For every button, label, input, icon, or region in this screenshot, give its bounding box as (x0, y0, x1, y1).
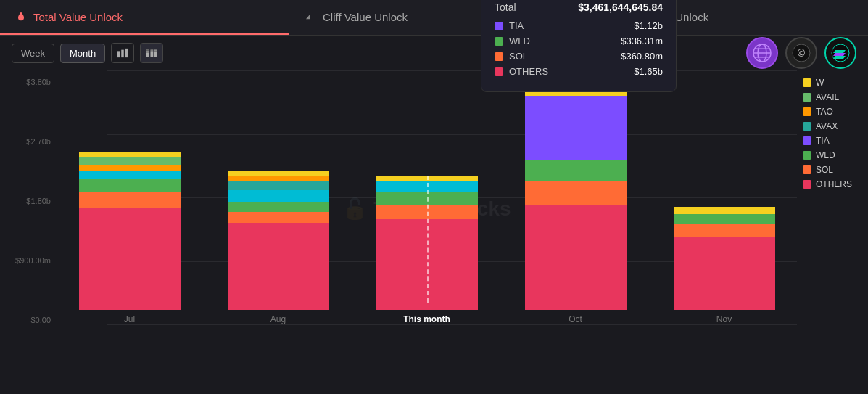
bar-group-this-month[interactable]: This month (361, 176, 492, 324)
segment-avax (228, 181, 329, 190)
tab-total-value-unlock[interactable]: Total Value Unlock (0, 0, 289, 35)
legend-dot-w (803, 78, 811, 87)
segment-w (79, 152, 181, 157)
bar-label-jul: Jul (124, 314, 135, 324)
week-button[interactable]: Week (12, 44, 54, 63)
segment-others (228, 223, 329, 310)
svg-rect-0 (117, 51, 120, 57)
legend-dot-tia (803, 136, 811, 145)
tab-total-label: Total Value Unlock (33, 11, 123, 23)
chart-content: 🔓 TokenUnlocks Jul (57, 70, 797, 346)
espace-token-icon[interactable]: © (785, 37, 817, 69)
y-label-top: $3.80b (6, 78, 51, 86)
simple-bar-chart-button[interactable] (111, 43, 134, 63)
tooltip-label-sol: SOL (509, 51, 528, 62)
world-token-icon[interactable] (746, 37, 778, 69)
tooltip-dot-others (495, 67, 503, 76)
segment-sol (228, 212, 329, 223)
tooltip-value-wld: $336.31m (621, 36, 663, 46)
segment-tia (228, 190, 329, 202)
tooltip-item-wld: WLD $336.31m (495, 36, 663, 46)
tooltip-total: Total $3,461,644,645.84 (495, 1, 663, 13)
legend-label-avax: AVAX (816, 121, 838, 131)
legend-item-w[interactable]: W (803, 78, 862, 88)
cliff-icon (304, 10, 317, 23)
svg-rect-5 (146, 49, 149, 51)
bar-label-this-month: This month (403, 314, 450, 324)
tooltip-item-tia: TIA $1.12b (495, 20, 663, 31)
bar-label-aug: Aug (270, 314, 286, 324)
bar-group-aug[interactable]: Aug (212, 171, 344, 324)
legend-dot-avail (803, 93, 811, 102)
legend-dot-tao (803, 107, 811, 116)
tooltip-oct: Oct 2024 UTC + 00:00 Total $3,461,644,64… (481, 0, 677, 92)
y-label-4: $900.00m (6, 256, 51, 265)
fire-icon (15, 10, 28, 23)
segment-tao (228, 176, 329, 181)
tab-cliff-label: Cliff Value Unlock (323, 11, 408, 23)
segment-tia (79, 171, 181, 179)
controls-row: Week Month (0, 36, 868, 70)
segment-sol (674, 224, 775, 237)
segment-avail (79, 157, 181, 165)
tooltip-item-left-sol: SOL (495, 51, 528, 62)
y-axis: $3.80b $2.70b $1.80b $900.00m $0.00 (6, 70, 57, 346)
tooltip-item-others: OTHERS $1.65b (495, 66, 663, 77)
bar-label-nov: Nov (716, 314, 732, 324)
tooltip-total-label: Total (495, 1, 516, 13)
y-label-bottom: $0.00 (6, 316, 51, 324)
tooltip-dot-tia (495, 22, 503, 30)
y-label-2: $2.70b (6, 137, 51, 146)
svg-text:©: © (798, 47, 806, 59)
month-button[interactable]: Month (60, 44, 105, 63)
legend-item-tia[interactable]: TIA (803, 136, 862, 146)
legend-label-tia: TIA (816, 136, 830, 146)
tooltip-item-left-others: OTHERS (495, 66, 548, 77)
segment-others (79, 208, 181, 310)
segment-wld (228, 202, 329, 212)
legend-label-others: OTHERS (816, 179, 852, 189)
segment-sol (79, 192, 181, 208)
bar-group-nov[interactable]: Nov (658, 207, 790, 324)
legend-label-avail: AVAIL (816, 92, 839, 102)
legend-item-tao[interactable]: TAO (803, 107, 862, 117)
chart-wrapper: $3.80b $2.70b $1.80b $900.00m $0.00 🔓 To… (0, 70, 868, 346)
segment-wld (674, 214, 775, 224)
segment-others (674, 237, 775, 310)
stacked-bar-chart-button[interactable] (140, 43, 163, 63)
y-label-3: $1.80b (6, 197, 51, 205)
legend-label-tao: TAO (816, 107, 833, 117)
tooltip-label-tia: TIA (509, 20, 524, 31)
tooltip-value-tia: $1.12b (634, 20, 663, 31)
svg-rect-8 (151, 49, 154, 51)
segment-w (674, 207, 775, 214)
segment-sol (525, 181, 627, 205)
solana-token-icon[interactable] (824, 37, 856, 69)
svg-rect-4 (146, 51, 149, 53)
tooltip-item-left-tia: TIA (495, 20, 524, 31)
svg-rect-2 (125, 49, 128, 57)
tooltip-item-left-wld: WLD (495, 36, 530, 46)
legend-item-avail[interactable]: AVAIL (803, 92, 862, 102)
segment-tao (79, 165, 181, 171)
svg-rect-9 (154, 52, 157, 57)
legend-item-others[interactable]: OTHERS (803, 179, 862, 189)
legend-dot-wld (803, 151, 811, 160)
chart-legend: W AVAIL TAO AVAX TIA WLD SOL OTHERS (797, 70, 862, 346)
segment-wld (79, 179, 181, 192)
legend-label-w: W (816, 78, 824, 88)
bars-container: Jul Aug (57, 70, 797, 324)
legend-item-sol[interactable]: SOL (803, 165, 862, 175)
legend-label-sol: SOL (816, 165, 833, 175)
legend-item-avax[interactable]: AVAX (803, 121, 862, 131)
bar-group-jul[interactable]: Jul (64, 152, 195, 324)
tooltip-dot-sol (495, 52, 503, 61)
legend-label-wld: WLD (816, 150, 835, 160)
svg-rect-1 (121, 50, 124, 58)
token-filter-icons: © (746, 37, 856, 69)
svg-rect-3 (146, 53, 149, 57)
bar-group-oct[interactable]: Oct Oct 2024 UTC + 00:00 Total $3,461,64… (510, 87, 641, 324)
legend-item-wld[interactable]: WLD (803, 150, 862, 160)
tooltip-item-sol: SOL $360.80m (495, 51, 663, 62)
legend-dot-others (803, 180, 811, 189)
